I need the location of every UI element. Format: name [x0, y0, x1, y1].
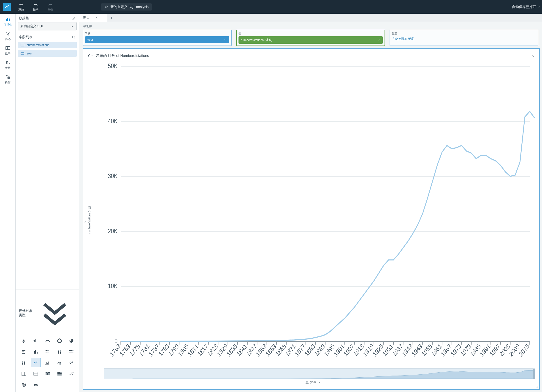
- add-button[interactable]: 添加: [14, 0, 28, 14]
- field-type-icon: [21, 44, 24, 46]
- chevron-down-icon: [377, 38, 380, 42]
- combo-icon: [56, 360, 63, 366]
- x-axis-label: year: [310, 380, 316, 384]
- viz-type-h100[interactable]: [66, 347, 76, 356]
- add-sheet-button[interactable]: [107, 14, 116, 22]
- sheet-tab-1[interactable]: 表 1: [79, 14, 107, 22]
- funnel-icon: [5, 31, 11, 36]
- viz-type-tree[interactable]: [54, 369, 65, 378]
- svg-text:1883: 1883: [304, 342, 316, 358]
- viz-type-table[interactable]: [31, 369, 41, 378]
- viz-type-line[interactable]: [31, 358, 41, 367]
- svg-text:1805: 1805: [177, 342, 190, 358]
- svg-rect-30: [69, 352, 73, 352]
- viz-type-pivot[interactable]: [19, 369, 29, 378]
- pencil-icon[interactable]: [72, 16, 76, 20]
- bar-chart-icon: [5, 16, 11, 22]
- well-color-placeholder[interactable]: 在此处添加 维度: [392, 36, 536, 41]
- autosave-toggle[interactable]: 自动保存已打开: [512, 0, 540, 14]
- viz-type-globe[interactable]: [19, 380, 29, 389]
- double-chevron-down-icon[interactable]: [34, 292, 76, 334]
- viz-type-pie[interactable]: [66, 336, 76, 345]
- chevron-down-icon[interactable]: [318, 381, 321, 384]
- chart-title: Year 发布的 计数 of Numberofstations: [87, 53, 149, 58]
- well-x-axis[interactable]: X 轴 year: [83, 30, 232, 46]
- svg-rect-26: [60, 350, 61, 352]
- plus-icon: [19, 2, 23, 7]
- wordcloud-icon: abc: [33, 382, 39, 387]
- viz-type-donut[interactable]: [54, 336, 65, 345]
- chart-plot-area[interactable]: 010K20K30K40K50K176317691775178117871793…: [92, 60, 535, 367]
- field-wells-label: 字段井: [79, 22, 542, 30]
- chevron-down-icon: [70, 25, 74, 28]
- viz-type-line-trend[interactable]: [66, 358, 76, 367]
- svg-point-11: [58, 339, 61, 343]
- undo-icon: [33, 2, 38, 7]
- drag-handle[interactable]: :::::::: [83, 49, 539, 52]
- chevron-down-icon: [96, 16, 99, 19]
- field-numberofstations[interactable]: numberofstations: [18, 42, 77, 48]
- rail-actions[interactable]: 操作: [5, 74, 11, 84]
- viz-type-vstack[interactable]: [54, 347, 65, 356]
- line-icon: [33, 360, 39, 366]
- viz-type-combo[interactable]: [54, 358, 65, 367]
- svg-rect-18: [37, 352, 38, 354]
- viz-type-heat[interactable]: [43, 369, 53, 378]
- redo-button[interactable]: 重做: [43, 0, 58, 14]
- svg-text:1823: 1823: [206, 342, 219, 358]
- rail-filter[interactable]: 筛选: [5, 31, 11, 41]
- rail-visualize[interactable]: 可视化: [4, 16, 12, 27]
- brush-handle-right[interactable]: [533, 369, 535, 379]
- viz-type-v100[interactable]: [19, 358, 29, 367]
- viz-type-kpi-arrow[interactable]: [31, 336, 41, 345]
- viz-type-bolt[interactable]: [19, 336, 29, 345]
- svg-rect-41: [47, 372, 48, 373]
- dataset-select[interactable]: 新的自定义 SQL: [18, 22, 77, 30]
- search-icon[interactable]: [72, 35, 76, 39]
- well-value-chip[interactable]: numberofstations (计数): [238, 36, 383, 44]
- x-axis-zoom-brush[interactable]: [104, 368, 535, 379]
- viz-type-gauge[interactable]: [43, 336, 53, 345]
- svg-text:30K: 30K: [108, 172, 117, 180]
- chevron-down-icon: [224, 38, 227, 41]
- well-color[interactable]: 颜色 在此处添加 维度: [390, 30, 538, 46]
- vbar-icon: [33, 349, 39, 355]
- viz-type-area[interactable]: [43, 358, 53, 367]
- rail-parameters[interactable]: 参数: [5, 60, 11, 70]
- viz-type-vbar[interactable]: [31, 347, 41, 356]
- svg-text:1787: 1787: [148, 342, 160, 358]
- svg-text:40K: 40K: [108, 117, 117, 125]
- visual-card[interactable]: ::::::: Year 发布的 计数 of Numberofstations …: [83, 48, 540, 390]
- resize-handle[interactable]: [536, 386, 539, 389]
- svg-text:1943: 1943: [401, 342, 414, 358]
- well-value[interactable]: 值 numberofstations (计数): [236, 30, 385, 46]
- svg-text:2015: 2015: [518, 342, 531, 358]
- viz-type-scatter[interactable]: [66, 369, 76, 378]
- svg-rect-46: [57, 372, 60, 374]
- field-year[interactable]: year: [18, 50, 77, 57]
- analysis-title: 新的自定义 SQL analysis: [110, 5, 149, 9]
- well-x-axis-chip[interactable]: year: [85, 36, 229, 43]
- svg-text:1859: 1859: [265, 342, 277, 358]
- chevron-down-icon[interactable]: [531, 54, 535, 58]
- svg-text:1817: 1817: [196, 342, 209, 358]
- viz-type-wordcloud[interactable]: abc: [31, 380, 41, 389]
- svg-text:1997: 1997: [488, 342, 501, 358]
- svg-rect-20: [47, 350, 49, 351]
- svg-text:1829: 1829: [216, 342, 229, 358]
- field-type-icon: [21, 52, 24, 55]
- svg-text:1985: 1985: [469, 342, 482, 358]
- svg-text:1763: 1763: [109, 342, 122, 358]
- viz-type-hstack[interactable]: [43, 347, 53, 356]
- viz-type-hbar[interactable]: [19, 347, 29, 356]
- svg-text:1931: 1931: [381, 342, 394, 358]
- rail-story[interactable]: 故事: [5, 45, 11, 56]
- app-logo[interactable]: [0, 0, 14, 14]
- y-axis-expand[interactable]: [84, 220, 87, 224]
- analysis-title-chip[interactable]: 新的自定义 SQL analysis: [101, 3, 152, 11]
- undo-button[interactable]: 撤消: [28, 0, 43, 14]
- svg-text:1769: 1769: [119, 342, 131, 358]
- svg-text:1925: 1925: [372, 342, 385, 358]
- sort-az-icon[interactable]: az: [306, 381, 309, 384]
- svg-rect-42: [48, 372, 50, 373]
